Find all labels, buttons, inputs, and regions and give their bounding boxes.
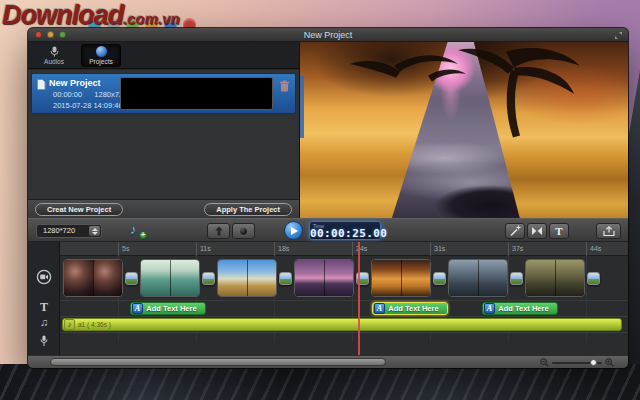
preview-edge-strip: [300, 76, 304, 138]
up-arrow-icon: [214, 226, 224, 236]
video-clip[interactable]: [371, 259, 431, 297]
text-track-icon: T: [28, 300, 60, 315]
trash-icon[interactable]: [279, 80, 290, 92]
stepper-icon[interactable]: [89, 226, 100, 236]
timeline-ruler[interactable]: 5s 11s 18s 24s 31s 37s 44s: [60, 242, 628, 256]
zoom-slider-thumb[interactable]: [590, 359, 597, 366]
palm-trees-silhouette: [300, 42, 628, 218]
zoom-slider[interactable]: [552, 362, 602, 364]
video-track-icon: [28, 269, 60, 289]
resolution-value: 1280*720: [43, 226, 75, 235]
projects-icon: [96, 46, 107, 57]
toolbar: 1280*720 ♪ + Time: [28, 218, 628, 242]
music-clip[interactable]: ♪ a1 ( 4:36s ): [62, 318, 622, 331]
fullscreen-icon[interactable]: [614, 31, 623, 40]
transition-icon[interactable]: [125, 272, 138, 285]
play-button[interactable]: [284, 221, 303, 240]
ruler-tick: 37s: [508, 242, 523, 256]
add-music-button[interactable]: ♪ +: [129, 222, 147, 239]
document-icon: [37, 79, 46, 90]
add-text-button[interactable]: A Add Text Here: [482, 302, 558, 315]
transition-icon[interactable]: [587, 272, 600, 285]
track-headers: T ♫: [28, 242, 60, 355]
tab-bar: Audios Projects: [28, 42, 299, 69]
desktop: Download.com.vn New Project: [0, 0, 640, 400]
video-clip[interactable]: [525, 259, 585, 297]
watermark: Download.com.vn: [2, 0, 180, 31]
app-window: New Project Audios: [28, 28, 628, 368]
zoom-in-icon[interactable]: [605, 358, 614, 367]
ruler-tick: 11s: [196, 242, 211, 256]
ruler-tick: 31s: [430, 242, 445, 256]
music-clip-label: a1 ( 4:36s ): [78, 321, 111, 328]
timecode-value: 00:00:25.00: [310, 227, 380, 240]
horizontal-scrollbar[interactable]: [50, 358, 386, 366]
tab-label: Audios: [44, 58, 64, 65]
playhead[interactable]: [358, 242, 360, 355]
transition-icon[interactable]: [433, 272, 446, 285]
add-text-button[interactable]: A Add Text Here: [130, 302, 206, 315]
tab-audios[interactable]: Audios: [34, 44, 74, 67]
timeline: T ♫ 5s 11s 18s 24s 31s 37s 44s: [28, 242, 628, 368]
timecode-display: Time 00:00:25.00: [309, 221, 381, 240]
timeline-bottom-bar: [28, 355, 628, 368]
record-button[interactable]: [232, 223, 255, 239]
tracks-area: A Add Text Here A Add Text Here A Add Te…: [60, 256, 628, 355]
transition-icon[interactable]: [510, 272, 523, 285]
microphone-icon: [50, 46, 59, 57]
project-list: New Project 00:00:00 1280x720 2015-07-28…: [28, 70, 299, 199]
video-clip[interactable]: [294, 259, 354, 297]
music-note-icon: ♪: [130, 222, 137, 237]
magic-wand-icon: [509, 225, 521, 237]
add-text-button[interactable]: A Add Text Here: [372, 302, 448, 315]
project-thumbnail: [120, 77, 273, 110]
tab-label: Projects: [89, 58, 112, 65]
record-icon: [239, 227, 248, 236]
resolution-select[interactable]: 1280*720: [36, 224, 102, 238]
music-track-icon: ♫: [28, 316, 60, 328]
project-date: 2015-07-28 14:09:46: [53, 101, 123, 110]
create-project-button[interactable]: Creat New Project: [35, 203, 123, 216]
video-clip[interactable]: [448, 259, 508, 297]
sidebar-footer: Creat New Project Apply The Project: [28, 199, 299, 218]
text-tool-button[interactable]: T: [549, 223, 569, 239]
project-name: New Project: [49, 78, 101, 88]
tab-projects[interactable]: Projects: [81, 44, 121, 67]
watermark-suffix: .com.vn: [123, 10, 180, 27]
share-icon: [602, 226, 616, 237]
ruler-tick: 18s: [274, 242, 289, 256]
plus-icon: +: [139, 231, 147, 239]
transition-tool-button[interactable]: [527, 223, 547, 239]
music-clip-note-icon: ♪: [64, 319, 75, 330]
window-title: New Project: [28, 30, 628, 40]
transition-icon[interactable]: [279, 272, 292, 285]
project-row[interactable]: New Project 00:00:00 1280x720 2015-07-28…: [31, 73, 296, 114]
zoom-control: [540, 358, 614, 367]
voice-track-icon: [28, 333, 60, 351]
effects-button[interactable]: [505, 223, 525, 239]
project-duration: 00:00:00: [53, 90, 82, 99]
import-media-button[interactable]: [207, 223, 230, 239]
zoom-out-icon[interactable]: [540, 358, 549, 367]
transition-icon: [531, 226, 543, 236]
sidebar: Audios Projects New Project 00:0: [28, 42, 300, 218]
play-icon: [291, 227, 298, 235]
ruler-tick: 5s: [118, 242, 129, 256]
video-clip[interactable]: [217, 259, 277, 297]
ruler-tick: 44s: [586, 242, 601, 256]
video-clip[interactable]: [63, 259, 123, 297]
text-a-icon: A: [132, 303, 143, 314]
text-a-icon: A: [484, 303, 495, 314]
text-a-icon: A: [374, 303, 385, 314]
video-preview[interactable]: [300, 42, 628, 218]
video-clip[interactable]: [140, 259, 200, 297]
transition-icon[interactable]: [202, 272, 215, 285]
apply-project-button[interactable]: Apply The Project: [204, 203, 292, 216]
watermark-brand: Download: [2, 0, 123, 30]
wallpaper-rocks: [0, 364, 640, 400]
text-tool-icon: T: [555, 225, 562, 237]
export-button[interactable]: [596, 223, 621, 239]
